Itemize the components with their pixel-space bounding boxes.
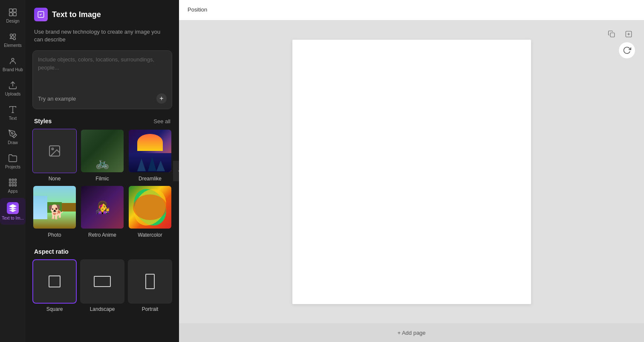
svg-rect-6 xyxy=(13,38,15,40)
add-page-bar[interactable]: + Add page xyxy=(179,323,644,342)
sidebar-item-text[interactable]: Text xyxy=(0,101,26,125)
styles-section-header: Styles See all xyxy=(26,111,179,129)
prompt-input[interactable] xyxy=(38,56,167,90)
style-watercolor-inner xyxy=(129,186,171,229)
svg-rect-18 xyxy=(15,185,17,186)
square-shape xyxy=(49,275,61,287)
svg-rect-11 xyxy=(12,179,14,181)
svg-rect-1 xyxy=(13,9,16,12)
sidebar-item-elements-label: Elements xyxy=(4,43,22,48)
projects-icon xyxy=(8,154,17,163)
svg-point-7 xyxy=(12,58,14,61)
style-item-dreamlike[interactable]: Dreamlike xyxy=(128,129,172,182)
svg-rect-12 xyxy=(15,179,17,181)
collapse-panel-button[interactable] xyxy=(173,161,179,181)
sidebar-item-apps-label: Apps xyxy=(8,189,18,194)
svg-rect-16 xyxy=(9,185,11,186)
aspect-thumb-square xyxy=(32,259,77,304)
add-page-button[interactable] xyxy=(622,27,635,41)
apps-icon xyxy=(8,178,17,187)
aspect-item-square[interactable]: Square xyxy=(32,259,77,312)
style-thumb-retro-anime: 👩‍🎤 xyxy=(80,185,124,229)
landscape-shape xyxy=(94,276,111,287)
panel: Text to Image Use brand new technology t… xyxy=(26,0,179,342)
try-example-row: Try an example + xyxy=(38,93,167,104)
canvas-topbar: Position xyxy=(179,0,644,20)
style-photo-inner: 🐕 xyxy=(33,186,76,229)
prompt-area: Try an example + xyxy=(32,50,172,109)
leaf-svg xyxy=(129,186,171,229)
duplicate-page-button[interactable] xyxy=(605,27,618,41)
icon-sidebar: Design Elements Brand Hub Uploads xyxy=(0,0,26,342)
position-tab[interactable]: Position xyxy=(188,5,207,15)
style-dreamlike-inner xyxy=(129,130,171,172)
add-page-icon xyxy=(625,30,632,38)
sidebar-item-elements[interactable]: Elements xyxy=(0,28,26,52)
sidebar-item-uploads[interactable]: Uploads xyxy=(0,76,26,101)
aspect-thumb-portrait xyxy=(128,259,172,304)
style-item-none[interactable]: None xyxy=(32,129,77,182)
svg-rect-14 xyxy=(12,182,14,183)
panel-header: Text to Image xyxy=(26,0,179,28)
aspect-label-portrait: Portrait xyxy=(142,306,159,312)
aspect-item-portrait[interactable]: Portrait xyxy=(128,259,172,312)
sidebar-item-projects-label: Projects xyxy=(5,165,20,169)
svg-marker-24 xyxy=(156,161,165,171)
svg-point-9 xyxy=(12,133,13,134)
style-item-photo[interactable]: 🐕 Photo xyxy=(32,185,77,238)
aspect-item-landscape[interactable]: Landscape xyxy=(80,259,124,312)
rainbow-shape xyxy=(137,134,163,151)
refresh-button[interactable] xyxy=(618,42,635,59)
white-canvas xyxy=(292,40,531,304)
brand-hub-icon xyxy=(8,56,17,66)
sidebar-item-text-to-image[interactable]: Text to Im... xyxy=(0,198,26,225)
try-example-button[interactable]: + xyxy=(156,93,167,104)
aspect-ratio-header: Aspect ratio xyxy=(26,241,179,259)
style-item-watercolor[interactable]: Watercolor xyxy=(128,185,172,238)
canvas-content xyxy=(179,20,644,323)
svg-point-27 xyxy=(133,194,167,220)
svg-rect-3 xyxy=(13,13,16,16)
svg-rect-0 xyxy=(9,9,12,12)
style-item-filmic[interactable]: 🚲 Filmic xyxy=(80,129,124,182)
styles-title: Styles xyxy=(34,118,52,125)
dog-emoji: 🐕 xyxy=(48,204,65,220)
dog-shape: 🐕 xyxy=(48,204,61,220)
sidebar-item-projects[interactable]: Projects xyxy=(0,149,26,174)
bike-emoji: 🚲 xyxy=(95,157,109,170)
sidebar-item-text-label: Text xyxy=(9,116,17,121)
style-thumb-watercolor xyxy=(128,185,172,229)
svg-rect-13 xyxy=(9,182,11,183)
uploads-icon xyxy=(8,81,17,90)
add-page-label: + Add page xyxy=(397,330,425,336)
sidebar-item-brand-hub-label: Brand Hub xyxy=(3,67,23,72)
svg-rect-2 xyxy=(9,13,12,16)
elements-icon xyxy=(8,32,17,41)
sky xyxy=(33,196,47,219)
svg-rect-17 xyxy=(12,185,14,186)
text-icon xyxy=(8,105,17,114)
duplicate-icon xyxy=(608,30,615,38)
styles-grid: None 🚲 Filmic xyxy=(26,129,179,241)
svg-point-21 xyxy=(52,148,53,150)
style-thumb-filmic: 🚲 xyxy=(80,129,124,173)
portrait-shape xyxy=(145,274,155,289)
style-label-watercolor: Watercolor xyxy=(138,232,162,238)
style-label-none: None xyxy=(49,176,61,182)
anime-face: 👩‍🎤 xyxy=(81,186,124,229)
style-thumb-none xyxy=(32,129,77,173)
chevron-left-icon xyxy=(176,168,179,174)
svg-marker-22 xyxy=(137,159,146,171)
style-label-filmic: Filmic xyxy=(95,176,109,182)
canvas-top-actions xyxy=(605,27,635,41)
aspect-ratio-title: Aspect ratio xyxy=(34,248,69,255)
see-all-link[interactable]: See all xyxy=(153,118,170,125)
sidebar-item-brand-hub[interactable]: Brand Hub xyxy=(0,52,26,76)
sidebar-item-draw[interactable]: Draw xyxy=(0,125,26,149)
style-item-retro-anime[interactable]: 👩‍🎤 Retro Anime xyxy=(80,185,124,238)
draw-icon xyxy=(8,129,17,139)
sidebar-item-apps[interactable]: Apps xyxy=(0,174,26,198)
aspect-label-square: Square xyxy=(46,306,63,312)
refresh-icon xyxy=(623,46,631,55)
sidebar-item-design[interactable]: Design xyxy=(0,3,26,28)
